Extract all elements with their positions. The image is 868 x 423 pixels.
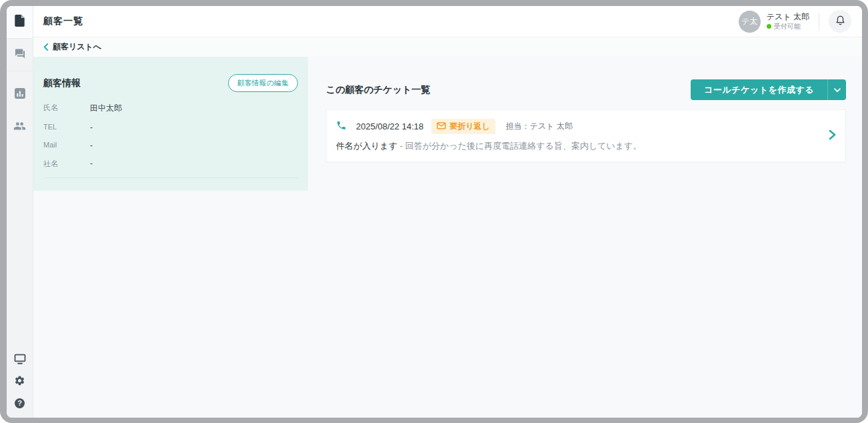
sidebar-item-documents[interactable] — [7, 6, 33, 39]
bell-icon — [835, 15, 845, 29]
chevron-right-icon — [829, 129, 836, 143]
ticket-list-item[interactable]: 2025/08/22 14:18 要折り返し 担当：テスト 太郎 件名が入ります… — [326, 109, 846, 162]
customer-info-panel: 顧客情報 顧客情報の編集 氏名 田中太郎 TEL - Mail - — [33, 57, 308, 191]
customer-field-mail: Mail - — [43, 141, 298, 150]
sidebar: ? — [7, 6, 33, 418]
field-value: - — [90, 159, 93, 169]
sidebar-item-settings[interactable] — [7, 371, 33, 392]
customer-panel-head: 顧客情報 顧客情報の編集 — [43, 74, 298, 92]
panel-divider — [43, 177, 298, 178]
sidebar-bottom-group: ? — [7, 350, 33, 418]
user-name: テスト 太郎 — [767, 12, 809, 22]
customer-field-name: 氏名 田中太郎 — [43, 103, 298, 114]
sidebar-spacer — [7, 71, 33, 78]
create-ticket-dropdown-button[interactable] — [827, 79, 846, 100]
people-icon — [13, 121, 26, 133]
page-title: 顧客一覧 — [43, 15, 83, 27]
ticket-meta-row: 2025/08/22 14:18 要折り返し 担当：テスト 太郎 — [336, 119, 819, 134]
create-ticket-split-button: コールチケットを作成する — [691, 79, 846, 100]
create-call-ticket-button[interactable]: コールチケットを作成する — [691, 79, 827, 100]
edit-customer-button[interactable]: 顧客情報の編集 — [228, 74, 298, 92]
customer-panel-title: 顧客情報 — [43, 77, 81, 89]
ticket-datetime: 2025/08/22 14:18 — [356, 121, 423, 131]
avatar[interactable]: テ太 — [739, 11, 761, 33]
sidebar-item-monitor[interactable] — [7, 350, 33, 371]
sidebar-item-help[interactable]: ? — [7, 392, 33, 414]
window-frame: ? 顧客一覧 テ太 テスト 太郎 受付可能 — [0, 0, 868, 423]
field-value: - — [90, 123, 93, 132]
status-dot — [767, 24, 771, 29]
field-value: 田中太郎 — [90, 103, 122, 114]
phone-icon — [336, 120, 347, 133]
field-label: 氏名 — [43, 103, 90, 114]
app-window: ? 顧客一覧 テ太 テスト 太郎 受付可能 — [7, 6, 862, 418]
help-icon: ? — [15, 398, 25, 408]
sidebar-item-chat[interactable] — [7, 39, 33, 71]
bar-chart-icon — [15, 88, 25, 101]
chevron-down-icon — [834, 85, 841, 95]
ticket-summary: - 回答が分かった後に再度電話連絡する旨、案内しています。 — [397, 141, 641, 151]
field-label: TEL — [43, 123, 90, 132]
sidebar-item-reports[interactable] — [7, 78, 33, 111]
customer-field-tel: TEL - — [43, 123, 298, 132]
status-label: 受付可能 — [774, 22, 801, 31]
ticket-assignee: 担当：テスト 太郎 — [506, 121, 573, 132]
ticket-subject-row: 件名が入ります - 回答が分かった後に再度電話連絡する旨、案内しています。 — [336, 140, 819, 152]
breadcrumb: 顧客リストへ — [33, 37, 862, 57]
main-area: 顧客一覧 テ太 テスト 太郎 受付可能 — [33, 6, 862, 418]
document-icon — [15, 15, 25, 29]
field-label: 社名 — [43, 159, 90, 169]
tickets-section: この顧客のチケット一覧 コールチケットを作成する — [308, 57, 862, 162]
chevron-left-icon — [43, 41, 49, 53]
content: 顧客情報 顧客情報の編集 氏名 田中太郎 TEL - Mail - — [33, 57, 862, 418]
monitor-icon — [14, 354, 26, 367]
topbar-divider — [819, 13, 819, 30]
ticket-subject: 件名が入ります — [336, 141, 397, 151]
notifications-button[interactable] — [829, 10, 851, 33]
gear-icon — [14, 375, 25, 389]
breadcrumb-back-link[interactable]: 顧客リストへ — [53, 41, 101, 53]
user-status: 受付可能 — [767, 22, 809, 31]
customer-field-company: 社名 - — [43, 159, 298, 169]
field-label: Mail — [43, 141, 90, 150]
tickets-head: この顧客のチケット一覧 コールチケットを作成する — [326, 79, 846, 100]
field-value: - — [90, 141, 93, 150]
sidebar-item-customers[interactable] — [7, 111, 33, 143]
user-meta: テスト 太郎 受付可能 — [767, 12, 809, 31]
mail-callback-icon — [437, 122, 446, 131]
tickets-title: この顧客のチケット一覧 — [326, 84, 430, 96]
chat-icon — [14, 48, 26, 62]
topbar-right: テ太 テスト 太郎 受付可能 — [739, 10, 851, 33]
topbar: 顧客一覧 テ太 テスト 太郎 受付可能 — [33, 6, 862, 37]
callback-required-badge: 要折り返し — [431, 119, 495, 134]
badge-label: 要折り返し — [449, 121, 490, 132]
